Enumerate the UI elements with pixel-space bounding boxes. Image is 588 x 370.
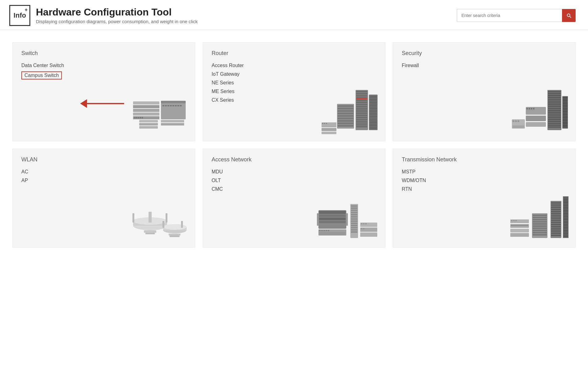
svg-rect-108 [526, 122, 546, 127]
svg-rect-119 [563, 97, 568, 98]
svg-rect-87 [548, 93, 561, 94]
svg-rect-229 [564, 199, 568, 200]
item-ne-series[interactable]: NE Series [212, 80, 377, 86]
svg-rect-142 [132, 213, 134, 223]
item-ac[interactable]: AC [21, 169, 186, 175]
svg-rect-95 [548, 108, 561, 109]
svg-rect-183 [360, 223, 377, 227]
item-rtn[interactable]: RTN [402, 186, 567, 192]
svg-rect-221 [551, 224, 561, 225]
svg-rect-163 [319, 230, 321, 231]
card-title-router: Router [212, 50, 377, 57]
svg-rect-197 [510, 229, 529, 232]
svg-rect-247 [564, 227, 568, 228]
item-mstp[interactable]: MSTP [402, 169, 567, 175]
router-devices-svg [320, 88, 379, 135]
access-devices-svg [317, 195, 379, 241]
logo-info: Info [14, 12, 26, 19]
svg-rect-165 [323, 230, 325, 231]
svg-rect-157 [319, 218, 346, 220]
svg-rect-55 [338, 125, 353, 127]
arrow-head [80, 99, 87, 108]
svg-rect-144 [149, 212, 152, 223]
item-campus-switch[interactable]: Campus Switch [21, 71, 62, 79]
svg-rect-42 [356, 121, 367, 122]
svg-rect-166 [326, 230, 327, 231]
svg-rect-49 [338, 110, 353, 112]
svg-rect-10 [161, 101, 186, 119]
card-security: Security Firewall [393, 42, 576, 141]
svg-rect-176 [351, 218, 357, 220]
item-firewall[interactable]: Firewall [402, 63, 567, 68]
search-input[interactable] [457, 9, 562, 22]
svg-rect-151 [145, 233, 155, 234]
svg-rect-187 [363, 223, 365, 224]
card-title-transmission-network: Transmission Network [402, 156, 567, 163]
switch-image [127, 85, 189, 135]
svg-rect-156 [319, 215, 346, 217]
svg-rect-217 [551, 215, 561, 217]
security-devices-svg [510, 88, 569, 135]
item-ap[interactable]: AP [21, 178, 186, 183]
svg-rect-102 [548, 121, 561, 122]
card-title-security: Security [402, 50, 567, 57]
svg-rect-230 [564, 201, 568, 202]
svg-rect-16 [172, 105, 174, 106]
svg-rect-1 [133, 113, 159, 116]
svg-rect-132 [563, 117, 568, 118]
svg-rect-175 [351, 216, 357, 218]
transmission-network-image [507, 192, 569, 241]
item-data-center-switch[interactable]: Data Center Switch [21, 63, 186, 68]
svg-rect-50 [338, 113, 353, 114]
item-cmc[interactable]: CMC [212, 186, 377, 192]
svg-rect-138 [563, 126, 568, 127]
svg-rect-253 [564, 236, 568, 237]
svg-rect-130 [563, 114, 568, 115]
svg-rect-158 [319, 221, 346, 223]
svg-rect-109 [526, 108, 528, 109]
svg-rect-2 [133, 109, 159, 112]
svg-rect-24 [161, 123, 184, 125]
svg-rect-78 [370, 119, 377, 120]
search-button[interactable] [562, 9, 576, 22]
svg-rect-173 [351, 212, 357, 213]
svg-rect-180 [351, 227, 357, 228]
campus-switch-arrow [80, 99, 124, 108]
svg-rect-13 [165, 105, 167, 106]
svg-rect-170 [351, 205, 357, 207]
svg-rect-26 [356, 91, 367, 92]
svg-rect-252 [564, 235, 568, 236]
item-wdm-otn[interactable]: WDM/OTN [402, 178, 567, 183]
svg-rect-70 [370, 107, 377, 108]
svg-rect-86 [548, 91, 561, 92]
svg-rect-39 [356, 115, 367, 116]
svg-rect-34 [356, 106, 367, 107]
svg-rect-223 [551, 228, 561, 230]
item-mdu[interactable]: MDU [212, 169, 377, 175]
svg-rect-203 [533, 221, 547, 223]
card-router: Router Access Router IoT Gateway NE Seri… [203, 42, 386, 141]
svg-rect-161 [346, 213, 348, 226]
svg-rect-124 [563, 105, 568, 106]
svg-rect-194 [515, 220, 517, 221]
svg-rect-126 [563, 108, 568, 109]
svg-rect-213 [551, 206, 561, 208]
svg-rect-218 [551, 217, 561, 219]
svg-rect-20 [139, 120, 158, 122]
item-olt[interactable]: OLT [212, 178, 377, 183]
svg-rect-248 [564, 228, 568, 229]
svg-rect-171 [351, 207, 357, 209]
svg-rect-204 [533, 223, 547, 225]
item-access-router[interactable]: Access Router [212, 63, 377, 68]
svg-rect-68 [370, 104, 377, 104]
svg-rect-188 [365, 223, 367, 224]
svg-rect-225 [551, 232, 561, 234]
wlan-image [127, 192, 189, 241]
svg-rect-76 [370, 116, 377, 117]
svg-rect-37 [356, 111, 367, 113]
item-iot-gateway[interactable]: IoT Gateway [212, 71, 377, 77]
svg-rect-101 [548, 119, 561, 120]
svg-rect-53 [338, 120, 353, 122]
svg-rect-127 [563, 109, 568, 110]
svg-rect-160 [317, 213, 319, 226]
